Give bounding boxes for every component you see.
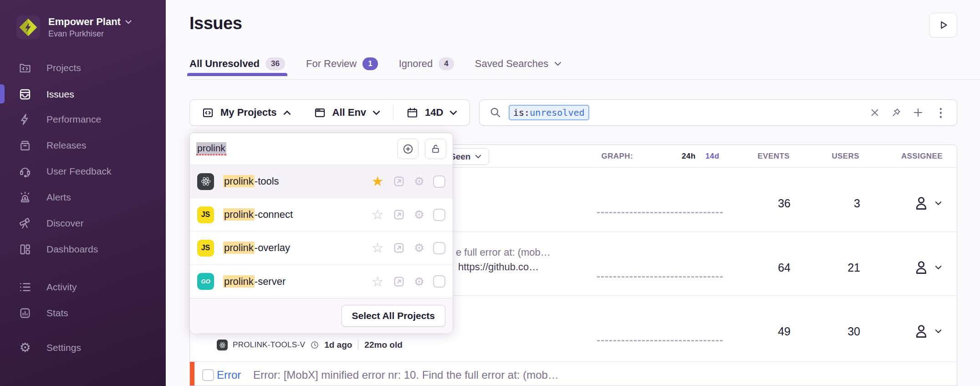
star-outline-icon[interactable]: ☆: [372, 275, 384, 288]
project-name: prolink-server: [223, 276, 286, 288]
graph-sparkline-placeholder: [597, 212, 723, 213]
open-project-icon[interactable]: [393, 275, 405, 288]
javascript-platform-icon: JS: [197, 240, 214, 257]
open-project-icon[interactable]: [393, 208, 405, 221]
open-project-icon[interactable]: [393, 175, 405, 188]
tab-ignored[interactable]: Ignored 4: [399, 57, 454, 70]
tab-label: For Review: [306, 58, 357, 70]
project-settings-gear-icon[interactable]: ⚙: [414, 175, 424, 187]
project-checkbox[interactable]: [433, 275, 445, 288]
open-project-icon[interactable]: [393, 242, 405, 254]
avatar-icon: [912, 322, 930, 340]
project-checkbox[interactable]: [433, 209, 445, 221]
settings-gear-icon: ⚙: [18, 341, 32, 355]
add-project-button[interactable]: [397, 139, 419, 159]
assignee-dropdown[interactable]: [912, 258, 942, 277]
pin-search-icon[interactable]: [891, 108, 901, 118]
select-all-projects-button[interactable]: Select All Projects: [342, 305, 445, 327]
chevron-down-icon: [935, 265, 942, 270]
tab-label: All Unresolved: [189, 58, 260, 70]
project-slug[interactable]: PROLINK-TOOLS-V: [233, 340, 305, 350]
users-count: 3: [854, 197, 860, 210]
project-settings-gear-icon[interactable]: ⚙: [414, 242, 424, 254]
project-checkbox[interactable]: [433, 242, 445, 254]
issue-level-link[interactable]: Error: [217, 369, 241, 381]
tab-count-badge: 4: [439, 57, 454, 70]
filter-bar: My Projects All Env 14D: [189, 99, 470, 126]
dashboards-icon: [18, 242, 32, 256]
sidebar-item-alerts[interactable]: Alerts: [18, 189, 71, 206]
search-icon: [490, 107, 501, 118]
search-token-key: is:: [513, 107, 530, 118]
project-option-prolink-tools[interactable]: prolink-tools ★ ⚙: [190, 165, 453, 198]
chevron-down-icon: [935, 201, 942, 206]
tab-all-unresolved[interactable]: All Unresolved 36: [189, 57, 285, 70]
org-switcher[interactable]: Empower Plant Evan Purkhiser: [16, 15, 132, 39]
sidebar-item-label: Alerts: [46, 192, 71, 203]
environment-filter-label: All Env: [332, 107, 367, 118]
lock-filter-button[interactable]: [425, 139, 446, 159]
sidebar-item-issues[interactable]: Issues: [18, 86, 74, 103]
assignee-dropdown[interactable]: [912, 194, 942, 212]
project-filter-dropdown[interactable]: My Projects: [202, 107, 291, 119]
sidebar-item-label: Stats: [46, 308, 68, 319]
project-search-input[interactable]: prolink: [196, 142, 226, 155]
empower-plant-logo-icon: [18, 17, 38, 37]
star-outline-icon[interactable]: ☆: [372, 241, 384, 255]
tab-saved-searches[interactable]: Saved Searches: [475, 58, 561, 70]
create-saved-search-icon[interactable]: [913, 107, 924, 118]
performance-icon: [18, 113, 32, 126]
star-filled-icon[interactable]: ★: [372, 175, 384, 188]
calendar-icon: [406, 107, 419, 119]
issue-row[interactable]: Error Error: [MobX] minified error nr: 1…: [190, 362, 957, 386]
graph-range-24h[interactable]: 24h: [682, 152, 696, 161]
events-count: 64: [778, 261, 791, 274]
issue-title-fragment: e full error at: (mob…: [456, 247, 551, 258]
last-seen: 1d ago: [324, 340, 352, 350]
sidebar-item-settings[interactable]: ⚙ Settings: [18, 340, 81, 356]
date-range-label: 14D: [425, 107, 443, 118]
alerts-icon: [18, 190, 32, 204]
electron-platform-icon: [217, 340, 228, 350]
graph-range-14d[interactable]: 14d: [705, 152, 720, 161]
sidebar-item-label: Dashboards: [46, 244, 98, 255]
issue-search-bar[interactable]: is:unresolved ⋮: [479, 99, 957, 126]
tab-for-review[interactable]: For Review 1: [306, 57, 378, 70]
column-events: EVENTS: [758, 152, 790, 161]
search-token[interactable]: is:unresolved: [509, 105, 589, 120]
clock-icon: [310, 340, 319, 350]
sidebar-item-performance[interactable]: Performance: [18, 111, 101, 128]
avatar-icon: [912, 258, 930, 277]
issue-checkbox[interactable]: [202, 369, 214, 381]
replay-play-button[interactable]: [929, 13, 957, 37]
environment-filter-dropdown[interactable]: All Env: [314, 107, 381, 119]
project-option-prolink-connect[interactable]: JS prolink-connect ☆ ⚙: [190, 198, 453, 232]
play-icon: [937, 19, 949, 31]
sidebar-item-stats[interactable]: Stats: [18, 305, 68, 321]
search-overflow-menu-icon[interactable]: ⋮: [935, 107, 947, 118]
project-folder-icon: [202, 107, 214, 119]
project-option-prolink-server[interactable]: GO prolink-server ☆ ⚙: [190, 265, 453, 298]
clear-search-icon[interactable]: [870, 108, 880, 118]
sidebar-item-dashboards[interactable]: Dashboards: [18, 241, 98, 257]
sidebar-item-user-feedback[interactable]: User Feedback: [18, 163, 111, 180]
project-option-prolink-overlay[interactable]: JS prolink-overlay ☆ ⚙: [190, 232, 453, 265]
date-range-dropdown[interactable]: 14D: [406, 107, 457, 119]
sidebar-item-discover[interactable]: Discover: [18, 215, 84, 232]
electron-platform-icon: [197, 173, 214, 190]
sidebar-item-activity[interactable]: Activity: [18, 279, 77, 295]
project-settings-gear-icon[interactable]: ⚙: [414, 209, 424, 221]
plus-circle-icon: [402, 143, 414, 155]
sidebar-item-projects[interactable]: Projects: [18, 60, 81, 76]
assignee-dropdown[interactable]: [912, 322, 942, 340]
tab-label: Ignored: [399, 58, 433, 70]
projects-icon: [18, 61, 32, 75]
meta-divider: [358, 340, 358, 350]
sidebar-item-releases[interactable]: Releases: [18, 137, 87, 154]
star-outline-icon[interactable]: ☆: [372, 208, 384, 221]
issue-meta: PROLINK-TOOLS-V 1d ago 22mo old: [217, 340, 403, 350]
project-settings-gear-icon[interactable]: ⚙: [414, 276, 424, 288]
project-checkbox[interactable]: [433, 175, 445, 188]
issue-tabs: All Unresolved 36 For Review 1 Ignored 4…: [189, 54, 561, 74]
go-platform-icon: GO: [197, 273, 214, 290]
